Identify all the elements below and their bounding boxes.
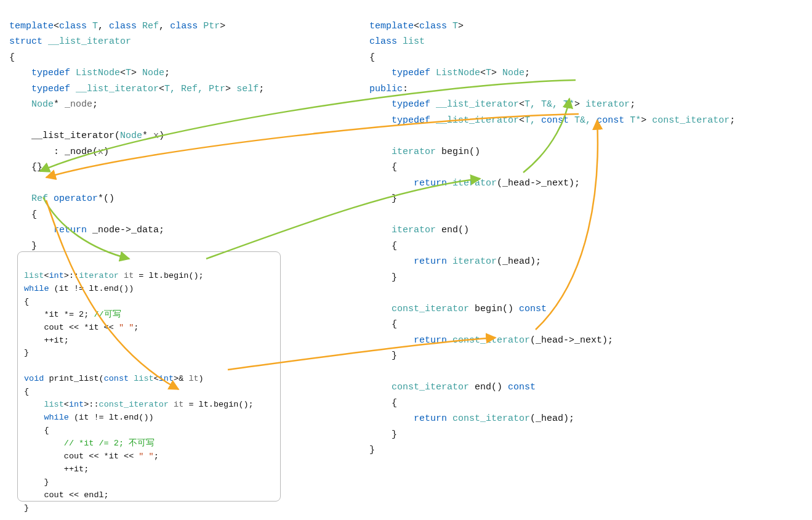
code-right-list: template<class T> class list { typedef L… bbox=[369, 2, 735, 474]
diagram-canvas: template<class T, class Ref, class Ptr> … bbox=[0, 0, 812, 520]
kw-template: template bbox=[9, 21, 54, 31]
kw-struct: struct bbox=[9, 36, 42, 47]
code-left-iterator: template<class T, class Ref, class Ptr> … bbox=[9, 2, 264, 270]
code-snippet-box: list<int>::iterator it = lt.begin(); whi… bbox=[17, 251, 281, 502]
